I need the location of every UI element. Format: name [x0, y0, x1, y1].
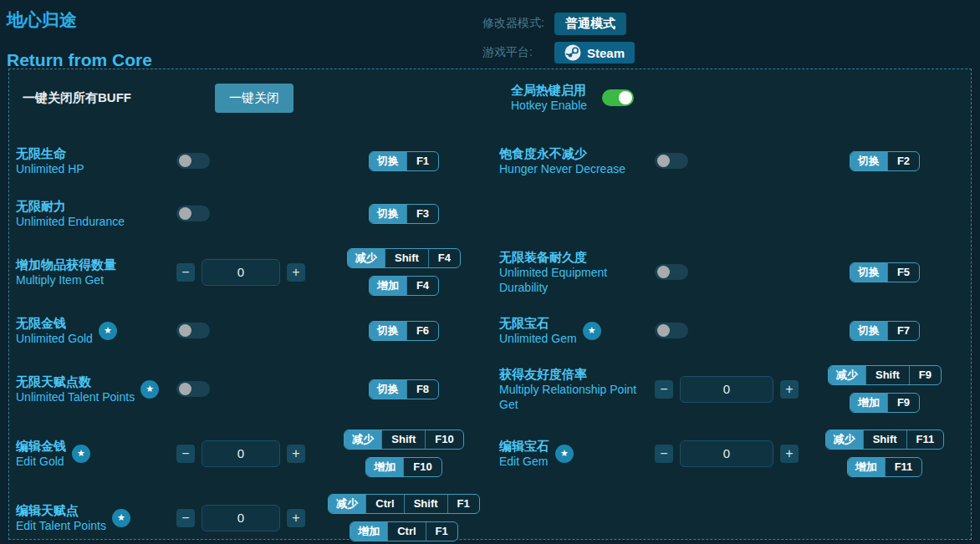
hotkey-enable-toggle[interactable] — [602, 89, 634, 106]
toggle-knob — [179, 383, 191, 395]
cheat-row-unlimited-endurance: 无限耐力Unlimited Endurance 切换F3 — [9, 187, 487, 240]
cheat-name-cn: 饱食度永不减少 — [499, 146, 625, 161]
cheat-name-en: Multiply Item Get — [16, 272, 116, 287]
trainer-mode-button[interactable]: 普通模式 — [554, 13, 626, 35]
decrement-button[interactable]: − — [655, 445, 673, 463]
cheat-name-en: Edit Gold — [16, 454, 66, 469]
toggle-knob — [179, 207, 191, 220]
star-icon: ★ — [555, 445, 574, 463]
hotkey-pill[interactable]: 减少ShiftF11 — [825, 430, 945, 450]
cheat-name-en: Unlimited Equipment Durability — [499, 265, 655, 295]
value-field[interactable]: 0 — [202, 505, 280, 531]
cheat-name-cn: 编辑天赋点 — [16, 503, 106, 518]
cheat-name-cn: 无限天赋点数 — [16, 374, 135, 389]
cheat-row-unlimited-gold: 无限金钱Unlimited Gold★ 切换F6 — [9, 304, 487, 357]
hotkey-pill[interactable]: 减少ShiftF10 — [344, 430, 463, 450]
toggle-knob — [179, 324, 191, 337]
cheat-row-unlimited-gem: 无限宝石Unlimited Gem★ 切换F7 — [487, 304, 971, 357]
cheat-name-cn: 无限装备耐久度 — [499, 250, 655, 265]
hotkey-enable-label: 全局热键启用 Hotkey Enable — [511, 82, 587, 114]
hotkey-pill[interactable]: 减少ShiftF4 — [347, 248, 461, 268]
cheat-name-cn: 获得友好度倍率 — [499, 367, 655, 382]
increment-button[interactable]: + — [780, 445, 799, 463]
cheat-name-en: Unlimited Gem — [499, 331, 577, 346]
star-icon: ★ — [72, 445, 90, 463]
toggle-unlimited-talent-points[interactable] — [176, 381, 210, 397]
header: 地心归途 Return from Core — [7, 7, 152, 70]
toggle-knob — [179, 155, 191, 167]
game-platform-label: 游戏平台: — [482, 45, 554, 60]
cheat-row-unlimited-talent-points: 无限天赋点数Unlimited Talent Points★ 切换F8 — [9, 357, 487, 421]
toggle-unlimited-gem[interactable] — [655, 323, 688, 338]
decrement-button[interactable]: − — [176, 263, 195, 282]
star-icon: ★ — [112, 509, 130, 527]
decrement-button[interactable]: − — [176, 509, 195, 527]
cheat-row-unlimited-hp: 无限生命Unlimited HP 切换F1 — [9, 135, 487, 187]
hotkey-pill[interactable]: 增加F10 — [365, 457, 442, 477]
cheat-name-en: Edit Gem — [499, 454, 549, 469]
star-icon: ★ — [99, 322, 117, 340]
cheat-row-hunger-never-decrease: 饱食度永不减少Hunger Never Decrease 切换F2 — [487, 135, 971, 187]
value-field[interactable]: 0 — [680, 440, 773, 467]
cheat-row-unlimited-equipment-durability: 无限装备耐久度Unlimited Equipment Durability 切换… — [487, 240, 971, 304]
cheat-row-multiply-relationship-point-get: 获得友好度倍率Multiply Relationship Point Get −… — [487, 357, 971, 421]
hotkey-pill[interactable]: 切换F5 — [850, 262, 920, 282]
cheat-name-cn: 编辑金钱 — [16, 439, 66, 454]
hotkey-pill[interactable]: 切换F6 — [369, 321, 439, 341]
close-all-buff-button[interactable]: 一键关闭 — [215, 84, 293, 113]
decrement-button[interactable]: − — [655, 380, 673, 399]
toggle-unlimited-equipment-durability[interactable] — [655, 264, 688, 280]
game-title-en: Return from Core — [7, 50, 152, 70]
steam-icon — [564, 44, 581, 61]
toggle-knob — [619, 91, 632, 104]
toggle-knob — [657, 266, 670, 278]
hotkey-pill[interactable]: 增加F11 — [847, 457, 923, 477]
hotkey-pill[interactable]: 切换F7 — [850, 321, 920, 341]
hotkey-pill[interactable]: 减少CtrlShiftF1 — [328, 494, 479, 514]
hotkey-pill[interactable]: 减少ShiftF9 — [828, 365, 942, 385]
steam-platform-button[interactable]: Steam — [554, 42, 635, 64]
header-meta: 修改器模式: 普通模式 游戏平台: Steam — [482, 12, 635, 70]
star-icon: ★ — [140, 380, 159, 399]
cheat-name-en: Multiply Relationship Point Get — [499, 382, 655, 412]
cheat-name-cn: 无限生命 — [16, 146, 84, 161]
hotkey-pill[interactable]: 切换F3 — [369, 204, 439, 224]
value-field[interactable]: 0 — [202, 259, 280, 286]
hotkey-pill[interactable]: 增加CtrlF1 — [350, 521, 458, 541]
cheat-name-cn: 无限金钱 — [16, 316, 93, 331]
cheat-name-en: Hunger Never Decrease — [499, 161, 625, 176]
toggle-hunger-never-decrease[interactable] — [655, 153, 688, 169]
cheat-row-multiply-item-get: 增加物品获得数量Multiply Item Get − 0 + 减少ShiftF… — [9, 240, 487, 304]
increment-button[interactable]: + — [287, 509, 305, 527]
cheat-name-cn: 无限宝石 — [499, 316, 577, 331]
toggle-knob — [657, 155, 670, 167]
toggle-unlimited-gold[interactable] — [176, 323, 210, 338]
increment-button[interactable]: + — [287, 445, 305, 463]
game-title-cn: 地心归途 — [7, 8, 152, 32]
cheat-row-edit-talent-points: 编辑天赋点Edit Talent Points★ − 0 + 减少CtrlShi… — [9, 486, 487, 544]
cheat-row-edit-gem: 编辑宝石Edit Gem★ − 0 + 减少ShiftF11 增加F11 — [487, 421, 971, 486]
toggle-unlimited-endurance[interactable] — [176, 206, 210, 221]
decrement-button[interactable]: − — [176, 445, 195, 463]
increment-button[interactable]: + — [780, 380, 799, 399]
increment-button[interactable]: + — [287, 263, 305, 282]
hotkey-pill[interactable]: 切换F8 — [369, 379, 439, 399]
cheat-name-cn: 无限耐力 — [16, 199, 125, 214]
close-all-buff-label: 一键关闭所有BUFF — [16, 90, 215, 106]
cheat-name-en: Unlimited HP — [16, 161, 84, 176]
steam-button-label: Steam — [587, 46, 625, 60]
hotkey-pill[interactable]: 切换F2 — [850, 151, 920, 171]
cheat-name-en: Edit Talent Points — [16, 518, 106, 533]
hotkey-pill[interactable]: 切换F1 — [369, 151, 439, 171]
trainer-mode-label: 修改器模式: — [482, 16, 554, 31]
hotkey-pill[interactable]: 增加F4 — [369, 276, 439, 296]
cheat-name-cn: 编辑宝石 — [499, 439, 549, 454]
star-icon: ★ — [583, 322, 601, 340]
toggle-unlimited-hp[interactable] — [176, 153, 210, 169]
hotkey-pill[interactable]: 增加F9 — [850, 393, 920, 413]
value-field[interactable]: 0 — [202, 440, 280, 467]
value-field[interactable]: 0 — [680, 376, 773, 403]
cheat-row-edit-gold: 编辑金钱Edit Gold★ − 0 + 减少ShiftF10 增加F10 — [9, 421, 487, 486]
cheat-name-en: Unlimited Gold — [16, 331, 93, 346]
toggle-knob — [657, 324, 670, 337]
